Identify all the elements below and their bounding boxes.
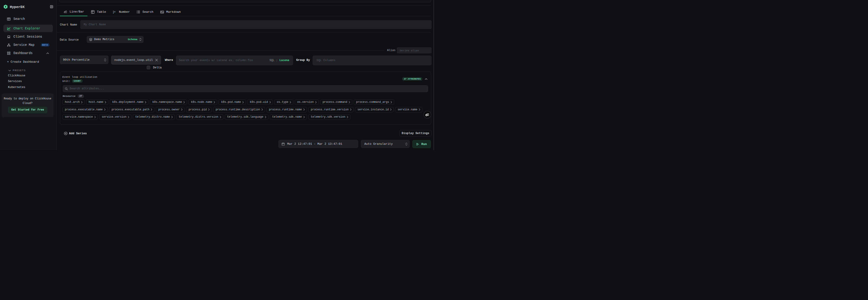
svg-text:3: 3: [114, 11, 115, 12]
svg-text:1: 1: [113, 10, 114, 12]
svg-text:2: 2: [113, 12, 114, 14]
